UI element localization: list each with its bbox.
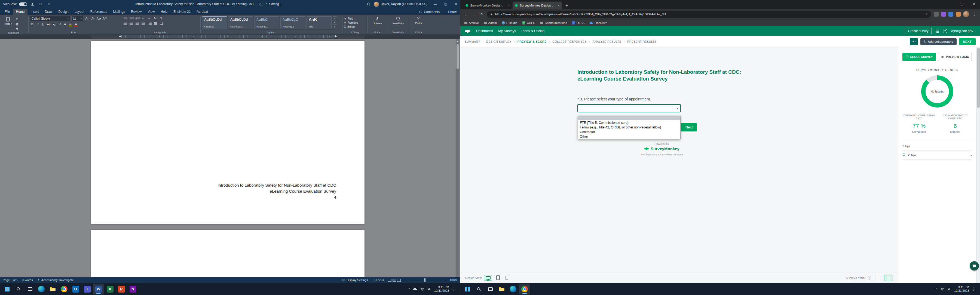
format-painter-button[interactable] [15,27,20,31]
notification-bell-icon[interactable] [452,287,456,291]
account-menu[interactable]: Baker, Kaylan (CDC/IOD/OLSS) [374,2,427,7]
apps-grid-icon[interactable] [935,29,939,33]
bullets-button[interactable] [123,16,128,20]
dialog-launcher-icon[interactable]: ⌟ [275,31,276,33]
styles-scroll-up[interactable]: ▴ [332,16,337,21]
address-bar[interactable]: https://www.surveymonkey.com/create/prev… [487,11,931,18]
tray-expand-chevron[interactable]: ^ [409,287,410,291]
zoom-out-button[interactable]: − [404,278,406,282]
start-button[interactable] [2,284,13,295]
dictate-button[interactable]: Dictate▾ [371,16,383,25]
tab-insert[interactable]: Insert [27,9,41,15]
bookmark-rstudio[interactable]: RR studio [502,21,517,24]
scrolling-format-button[interactable] [884,274,893,281]
appointment-select[interactable]: ▾ [578,104,681,113]
forward-button[interactable]: → [471,12,477,17]
redo-icon[interactable]: ↻ [46,1,52,7]
decrease-indent-button[interactable]: ← [141,16,146,20]
taskbar-edge[interactable] [36,284,47,295]
nav-dashboard[interactable]: Dashboard [476,29,493,33]
align-center-button[interactable] [129,21,134,25]
tab-layout[interactable]: Layout [72,9,88,15]
horizontal-ruler[interactable]: 1 2 3 4 5 6 7 [0,34,460,39]
style-heading1[interactable]: AaBbCHeading 1 [254,16,279,29]
dialog-launcher-icon[interactable]: ⌟ [167,31,168,33]
taskbar-clock[interactable]: 3:11 PM 10/31/2023 [434,285,449,293]
task-view-button[interactable] [485,284,496,295]
tab-references[interactable]: References [88,9,110,15]
preview-eye-button[interactable] [910,38,918,45]
taskbar-excel[interactable]: X [105,284,115,295]
autosave-toggle[interactable] [19,2,27,6]
add-collaborators-button[interactable]: Add collaborators [920,38,956,45]
taskbar-onenote[interactable]: N [127,284,138,295]
taskbar-teams[interactable]: T [82,284,92,295]
tab-help[interactable]: Help [158,9,170,15]
page-scrollbar[interactable] [976,48,980,283]
increase-indent-button[interactable]: → [147,16,152,20]
highlight-color-button[interactable]: ab [68,22,73,26]
reload-button[interactable]: ↻ [479,12,485,17]
extension-icon[interactable] [948,12,953,17]
strikethrough-button[interactable]: ab [46,22,51,26]
start-button[interactable] [462,284,473,295]
web-layout-button[interactable] [397,279,401,282]
profile-avatar[interactable] [963,11,969,17]
tab-view[interactable]: View [145,9,158,15]
maximize-button[interactable]: ▢ [956,0,968,8]
align-left-button[interactable] [123,21,128,25]
font-name-combobox[interactable]: Calibri (Body)▾ [30,16,70,21]
taskbar-clock[interactable]: 3:11 PM 10/31/2023 [954,285,969,293]
page-scrollbar-thumb[interactable] [977,48,980,108]
share-button[interactable]: Share [444,10,457,14]
italic-button[interactable]: I [35,22,40,26]
styles-more[interactable]: ≡ [332,25,337,29]
text-effects-button[interactable]: A [63,22,67,26]
new-tab-button[interactable]: + [563,2,570,9]
borders-button[interactable] [159,21,164,25]
bookmark-onedrive[interactable]: OneDrive [589,21,607,24]
editor-button[interactable]: Editor [414,16,423,25]
minimize-button[interactable]: — [944,0,956,8]
extension-icon[interactable] [956,12,961,17]
dropdown-option-blank[interactable] [578,116,680,120]
minimize-button[interactable]: — [431,0,439,8]
create-a-survey-link[interactable]: create a survey [665,153,683,156]
bookmark-olss[interactable]: OOLSS [572,21,584,24]
tab-home[interactable]: Home [13,9,27,15]
paste-button[interactable]: Paste▾ [2,16,14,26]
dropdown-option-fellow[interactable]: Fellow (e.g., Title 42, ORISE or other n… [578,125,680,130]
change-case-button[interactable]: Aa▾ [96,16,101,21]
find-button[interactable]: Find▾ [344,17,358,20]
document-scrollbar[interactable]: ▴ [456,39,460,277]
browser-tab-1[interactable]: SurveyMonkey Design : ✕ [463,2,512,9]
maximize-button[interactable]: ▢ [442,0,450,8]
save-icon[interactable] [29,1,35,7]
focus-button[interactable]: Focus [372,278,384,282]
tab-review[interactable]: Review [128,9,145,15]
select-button[interactable]: Select▾ [344,25,358,28]
zoom-slider[interactable] [410,280,440,280]
styles-scroll-down[interactable]: ▾ [332,21,337,25]
clear-formatting-button[interactable]: A⌫ [102,16,107,21]
step-summary[interactable]: SUMMARY [465,40,480,43]
nav-my-surveys[interactable]: My Surveys [498,29,516,33]
indent-marker[interactable] [334,35,337,37]
tab-close-icon[interactable]: ✕ [557,4,560,7]
surveymonkey-wordmark[interactable]: SurveyMonkey [651,146,679,151]
print-layout-button[interactable] [393,279,396,282]
tab-design[interactable]: Design [55,9,71,15]
taskbar-powerpoint[interactable]: P [116,284,127,295]
shrink-font-button[interactable]: A▾ [91,16,95,21]
step-present-results[interactable]: PRESENT RESULTS [627,40,656,43]
bookmark-archive[interactable]: Archive [464,21,479,24]
bookmark-star-icon[interactable]: ☆ [925,12,928,16]
grow-font-button[interactable]: A▴ [84,16,89,21]
step-preview-score[interactable]: PREVIEW & SCORE [517,40,547,43]
zoom-slider-thumb[interactable] [425,278,425,282]
taskbar-search-button[interactable] [13,284,24,295]
document-page-5[interactable]: Introduction to Laboratory Safety for No… [91,41,364,224]
word-count[interactable]: 0 words [22,278,33,282]
create-survey-button[interactable]: Create survey [905,28,932,34]
dropdown-option-contractor[interactable]: Contractor [578,130,680,134]
